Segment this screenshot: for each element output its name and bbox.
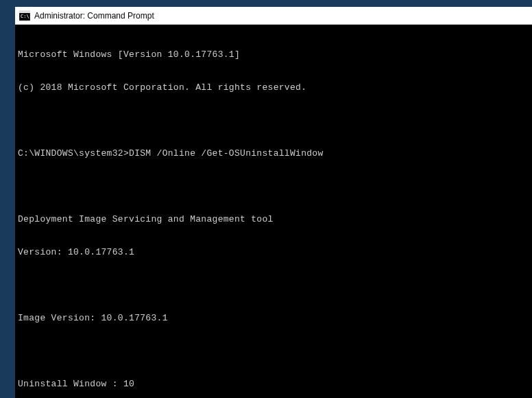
titlebar[interactable]: C:\ Administrator: Command Prompt: [15, 7, 532, 25]
terminal-line: Deployment Image Servicing and Managemen…: [18, 214, 529, 225]
terminal-line: [18, 181, 529, 192]
terminal-line: [18, 115, 529, 126]
terminal-line: Image Version: 10.0.17763.1: [18, 313, 529, 324]
svg-text:C:\: C:\: [21, 14, 29, 19]
command-prompt-window: C:\ Administrator: Command Prompt Micros…: [15, 7, 532, 398]
terminal-line: Microsoft Windows [Version 10.0.17763.1]: [18, 49, 529, 60]
terminal-line: Uninstall Window : 10: [18, 379, 529, 390]
terminal-line: C:\WINDOWS\system32>DISM /Online /Get-OS…: [18, 148, 529, 159]
window-title: Administrator: Command Prompt: [34, 11, 154, 21]
terminal-line: [18, 280, 529, 291]
svg-rect-1: [19, 11, 30, 13]
cmd-icon: C:\: [19, 10, 30, 21]
terminal-output[interactable]: Microsoft Windows [Version 10.0.17763.1]…: [15, 25, 532, 398]
terminal-line: (c) 2018 Microsoft Corporation. All righ…: [18, 82, 529, 93]
terminal-line: [18, 346, 529, 357]
terminal-line: Version: 10.0.17763.1: [18, 247, 529, 258]
